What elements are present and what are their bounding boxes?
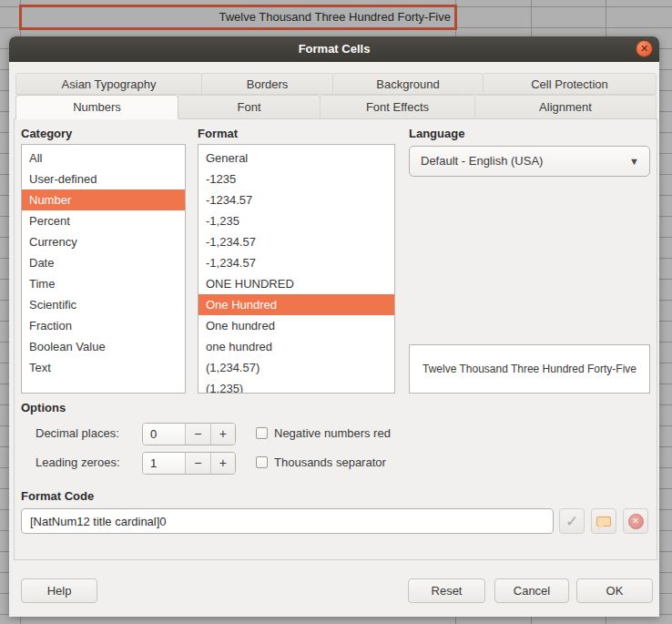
- leading-zeroes-label: Leading zeroes:: [36, 455, 120, 469]
- category-item[interactable]: Currency: [22, 231, 185, 252]
- plus-icon[interactable]: +: [210, 453, 235, 474]
- delete-icon: ✕: [628, 514, 644, 529]
- dialog-title: Format Cells: [299, 42, 371, 56]
- format-code-input[interactable]: [21, 508, 554, 534]
- decimal-places-label: Decimal places:: [36, 426, 119, 440]
- format-cells-dialog: Format Cells ✕ Asian Typography Borders …: [9, 36, 659, 617]
- category-label: Category: [21, 127, 72, 140]
- thousands-separator-label: Thousands separator: [274, 455, 386, 469]
- plus-icon[interactable]: +: [210, 424, 235, 445]
- tab-background[interactable]: Background: [332, 73, 484, 95]
- tab-borders[interactable]: Borders: [201, 73, 333, 95]
- decimal-places-stepper: 0 − +: [142, 423, 236, 445]
- cancel-button[interactable]: Cancel: [494, 578, 569, 603]
- tab-row-back: Asian Typography Borders Background Cell…: [15, 73, 657, 95]
- format-item-selected[interactable]: One Hundred: [199, 294, 394, 315]
- tab-row-front: Numbers Font Font Effects Alignment: [15, 95, 657, 119]
- category-item[interactable]: Date: [22, 252, 185, 273]
- apply-format-button[interactable]: ✓: [559, 508, 585, 534]
- format-item[interactable]: General: [199, 148, 394, 169]
- active-cell[interactable]: Twelve Thousand Three Hundred Forty-Five: [19, 5, 457, 30]
- tab-font[interactable]: Font: [178, 95, 321, 119]
- category-item[interactable]: Boolean Value: [22, 336, 185, 357]
- ok-button[interactable]: OK: [576, 578, 653, 603]
- format-item[interactable]: -1,234.57: [199, 231, 394, 252]
- format-item[interactable]: (1,235): [199, 378, 394, 394]
- format-item[interactable]: -1234.57: [199, 189, 394, 210]
- format-preview: Twelve Thousand Three Hundred Forty-Five: [409, 344, 650, 394]
- format-item[interactable]: -1,235: [199, 210, 394, 231]
- format-code-label: Format Code: [21, 489, 94, 503]
- negative-numbers-red-checkbox[interactable]: [256, 427, 268, 439]
- edit-comment-button[interactable]: [591, 508, 616, 534]
- category-item[interactable]: User-defined: [22, 169, 185, 189]
- tab-numbers[interactable]: Numbers: [15, 95, 178, 119]
- language-value: Default - English (USA): [421, 154, 543, 168]
- category-item[interactable]: Scientific: [22, 294, 185, 315]
- tab-asian-typography[interactable]: Asian Typography: [15, 73, 202, 95]
- leading-zeroes-value[interactable]: 1: [143, 453, 185, 474]
- category-item-selected[interactable]: Number: [22, 189, 185, 210]
- format-item[interactable]: -1,234.57: [199, 252, 394, 273]
- tab-cell-protection[interactable]: Cell Protection: [483, 73, 657, 95]
- category-item[interactable]: Text: [22, 357, 185, 378]
- comment-icon: [596, 517, 611, 527]
- numbers-tab-page: Category All User-defined Number Percent…: [14, 118, 657, 560]
- language-label: Language: [409, 127, 464, 140]
- category-item[interactable]: All: [22, 148, 185, 169]
- reset-button[interactable]: Reset: [408, 578, 485, 603]
- leading-zeroes-stepper: 1 − +: [142, 452, 236, 475]
- minus-icon[interactable]: −: [185, 453, 209, 474]
- format-item[interactable]: One hundred: [199, 315, 394, 336]
- language-dropdown[interactable]: Default - English (USA) ▼: [409, 146, 650, 177]
- format-item[interactable]: ONE HUNDRED: [199, 273, 394, 294]
- format-list[interactable]: General -1235 -1234.57 -1,235 -1,234.57 …: [198, 144, 395, 394]
- thousands-separator-checkbox[interactable]: [256, 456, 268, 468]
- chevron-down-icon: ▼: [629, 147, 639, 176]
- tab-alignment[interactable]: Alignment: [474, 95, 657, 119]
- close-icon[interactable]: ✕: [636, 40, 653, 57]
- tab-font-effects[interactable]: Font Effects: [320, 95, 475, 119]
- decimal-places-value[interactable]: 0: [143, 424, 185, 445]
- category-item[interactable]: Time: [22, 273, 185, 294]
- category-item[interactable]: Fraction: [22, 315, 185, 336]
- format-item[interactable]: -1235: [199, 169, 394, 189]
- negative-numbers-red-label: Negative numbers red: [274, 426, 391, 440]
- category-list[interactable]: All User-defined Number Percent Currency…: [21, 144, 186, 394]
- dialog-titlebar[interactable]: Format Cells ✕: [9, 36, 659, 62]
- format-item[interactable]: one hundred: [199, 336, 394, 357]
- help-button[interactable]: Help: [21, 578, 97, 603]
- check-icon: ✓: [565, 512, 578, 531]
- format-label: Format: [198, 127, 238, 140]
- category-item[interactable]: Percent: [22, 210, 185, 231]
- remove-format-button[interactable]: ✕: [623, 508, 648, 534]
- options-label: Options: [21, 401, 66, 414]
- format-item[interactable]: (1,234.57): [199, 357, 394, 378]
- minus-icon[interactable]: −: [185, 424, 209, 445]
